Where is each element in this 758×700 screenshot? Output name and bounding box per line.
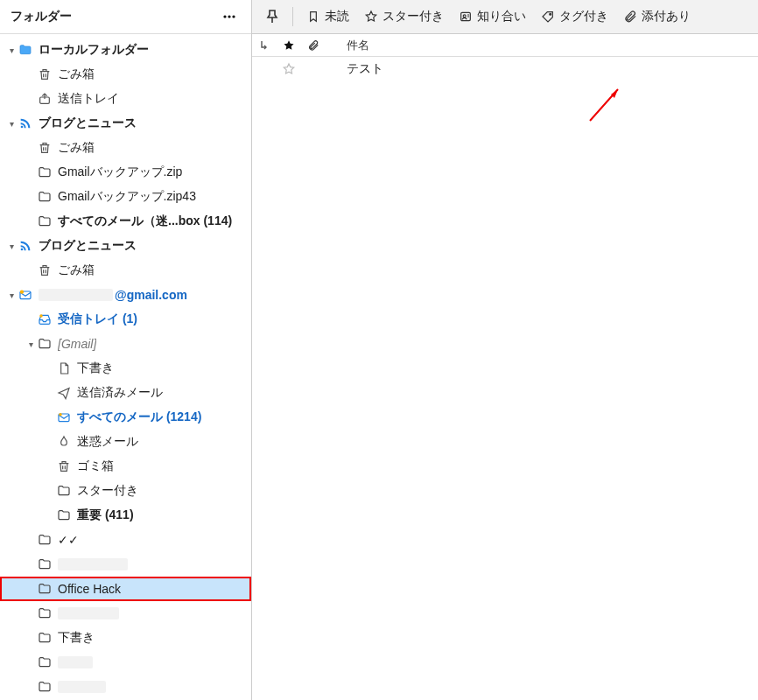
message-star-button[interactable] — [277, 62, 301, 76]
column-thread[interactable] — [252, 39, 277, 52]
folder-row[interactable]: すべてのメール（迷...box (114) — [0, 209, 251, 234]
folder-row[interactable]: Gmailバックアップ.zip43 — [0, 185, 251, 209]
svg-marker-14 — [611, 89, 618, 98]
folder-row[interactable]: 重要 (411) — [0, 503, 251, 528]
folder-row[interactable] — [0, 675, 251, 699]
folder-icon — [37, 165, 53, 179]
kebab-icon — [221, 9, 237, 24]
column-subject-header[interactable]: 件名 — [343, 38, 758, 53]
folder-row[interactable] — [0, 650, 251, 675]
contact-icon — [458, 10, 474, 24]
filter-bookmark-button[interactable]: 未読 — [298, 5, 356, 28]
folder-label — [58, 656, 93, 668]
twisty-icon[interactable]: ▾ — [5, 290, 18, 300]
rss-icon — [18, 116, 33, 130]
folder-row[interactable]: ▾ローカルフォルダー — [0, 38, 251, 62]
folder-row[interactable]: ごみ箱 — [0, 258, 251, 283]
filter-tag-button[interactable]: タグ付き — [533, 5, 615, 28]
folder-row[interactable]: ごみ箱 — [0, 136, 251, 160]
folder-label: [Gmail] — [58, 337, 96, 351]
folder-row[interactable]: ▾ブログとニュース — [0, 234, 251, 258]
message-row[interactable]: テスト — [252, 57, 758, 81]
folder-row[interactable]: Gmailバックアップ.zip — [0, 160, 251, 185]
folder-label: ゴミ箱 — [77, 458, 114, 474]
svg-point-2 — [232, 15, 235, 18]
svg-point-8 — [59, 413, 61, 416]
folder-icon — [37, 606, 53, 620]
paperclip-icon — [307, 39, 319, 52]
folder-label: Gmailバックアップ.zip43 — [58, 189, 196, 205]
annotation-arrow-icon — [585, 82, 628, 126]
folder-row[interactable]: ▾ブログとニュース — [0, 111, 251, 136]
outbox-icon — [37, 92, 53, 106]
folder-row[interactable] — [0, 601, 251, 626]
folder-label: Office Hack — [58, 582, 121, 596]
folder-row[interactable]: スター付き — [0, 479, 251, 503]
message-list-header: 件名 — [252, 34, 758, 57]
twisty-icon[interactable]: ▾ — [5, 119, 18, 129]
twisty-icon[interactable]: ▾ — [25, 340, 37, 349]
folder-icon — [37, 631, 53, 645]
sent-icon — [56, 386, 72, 400]
message-pane: 未読スター付き知り合いタグ付き添付あり 件名 テスト — [252, 0, 758, 700]
twisty-icon[interactable]: ▾ — [5, 242, 18, 251]
folder-row[interactable]: ▾@gmail.com — [0, 283, 251, 307]
filter-star-button[interactable]: スター付き — [356, 5, 451, 28]
folder-row[interactable]: ✓✓ — [0, 528, 251, 552]
folder-icon — [37, 337, 53, 351]
column-attachment[interactable] — [301, 39, 326, 52]
folder-label: 重要 (411) — [77, 508, 134, 523]
filter-attach-button[interactable]: 添付あり — [615, 5, 698, 28]
twisty-icon[interactable]: ▾ — [5, 46, 18, 55]
folder-label: すべてのメール (1214) — [77, 410, 201, 425]
bookmark-icon — [305, 10, 321, 24]
folder-label: @gmail.com — [115, 288, 187, 302]
filter-label: スター付き — [383, 9, 444, 24]
svg-point-0 — [223, 15, 226, 18]
folder-row[interactable]: ▾[Gmail] — [0, 332, 251, 356]
folder-label: ブログとニュース — [39, 116, 137, 131]
folder-label: スター付き — [77, 483, 138, 499]
message-subject: テスト — [343, 61, 758, 77]
sidebar-title: フォルダー — [11, 9, 216, 24]
folder-row[interactable]: 迷惑メール — [0, 430, 251, 454]
folder-label: すべてのメール（迷...box (114) — [58, 214, 232, 229]
pin-filter-button[interactable] — [257, 5, 287, 28]
folder-row[interactable]: ゴミ箱 — [0, 454, 251, 479]
folder-label: 受信トレイ (1) — [58, 312, 137, 327]
folder-row[interactable]: 下書き — [0, 356, 251, 381]
folder-icon — [56, 508, 72, 522]
folder-blue-icon — [18, 43, 33, 57]
folder-row[interactable] — [0, 552, 251, 577]
tag-icon — [540, 10, 556, 24]
folder-label: ✓✓ — [58, 533, 79, 547]
sidebar-menu-button[interactable] — [216, 5, 242, 28]
rss-icon — [18, 239, 33, 253]
folder-row[interactable]: すべてのメール (1214) — [0, 405, 251, 430]
folder-label: 送信済みメール — [77, 385, 163, 401]
message-list: テスト — [252, 57, 758, 81]
svg-point-6 — [39, 314, 42, 317]
toolbar-separator — [292, 7, 293, 26]
folder-row[interactable]: 下書き — [0, 626, 251, 650]
filter-contact-button[interactable]: 知り合い — [451, 5, 533, 28]
column-star[interactable] — [277, 39, 301, 52]
folder-row[interactable]: Office Hack — [0, 577, 251, 601]
folder-row[interactable]: ごみ箱 — [0, 62, 251, 87]
star-icon — [363, 10, 379, 24]
folder-row[interactable]: 受信トレイ (1) — [0, 307, 251, 332]
folder-label: 下書き — [58, 630, 95, 646]
filter-label: 知り合い — [477, 9, 526, 24]
star-filled-icon — [283, 39, 295, 52]
svg-point-5 — [20, 290, 24, 294]
folder-label: ブログとニュース — [39, 238, 137, 254]
folder-row[interactable]: 送信トレイ — [0, 87, 251, 111]
filter-label: 未読 — [325, 9, 349, 24]
folder-row[interactable]: 送信済みメール — [0, 381, 251, 405]
mail-account-icon — [18, 288, 33, 302]
filter-label: タグ付き — [559, 9, 608, 24]
folder-label — [58, 681, 106, 693]
folder-label: Gmailバックアップ.zip — [58, 164, 182, 180]
sidebar-header: フォルダー — [0, 0, 251, 34]
folder-label — [58, 558, 128, 570]
